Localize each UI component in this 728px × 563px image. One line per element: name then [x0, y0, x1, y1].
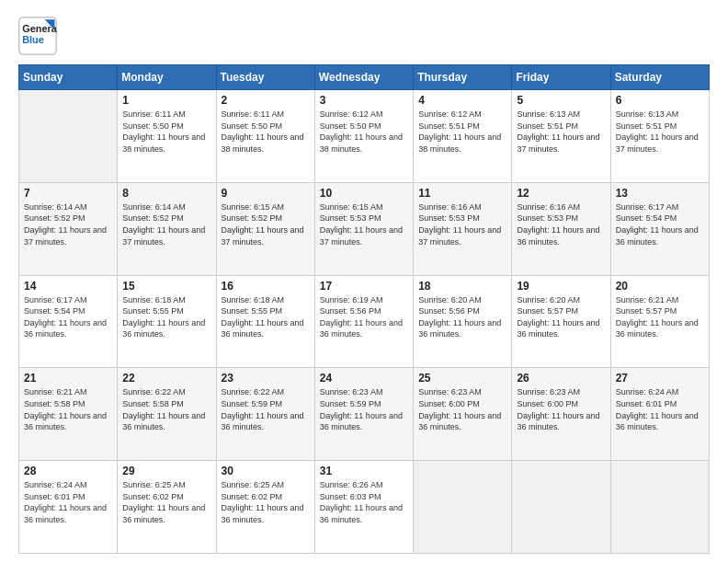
day-number: 2	[222, 94, 310, 107]
day-info: Sunrise: 6:18 AMSunset: 5:55 PMDaylight:…	[122, 295, 205, 339]
calendar-week-row: 28 Sunrise: 6:24 AMSunset: 6:01 PMDaylig…	[19, 461, 710, 554]
day-info: Sunrise: 6:21 AMSunset: 5:57 PMDaylight:…	[616, 295, 699, 339]
day-info: Sunrise: 6:15 AMSunset: 5:53 PMDaylight:…	[320, 202, 403, 247]
day-info: Sunrise: 6:14 AMSunset: 5:52 PMDaylight:…	[24, 202, 107, 247]
day-info: Sunrise: 6:19 AMSunset: 5:56 PMDaylight:…	[320, 295, 403, 339]
day-number: 17	[320, 280, 408, 293]
day-number: 27	[616, 372, 704, 385]
day-number: 30	[222, 465, 310, 477]
day-info: Sunrise: 6:25 AMSunset: 6:02 PMDaylight:…	[122, 480, 205, 524]
day-info: Sunrise: 6:21 AMSunset: 5:58 PMDaylight:…	[24, 387, 107, 431]
day-info: Sunrise: 6:22 AMSunset: 5:58 PMDaylight:…	[122, 387, 205, 431]
calendar-day-cell: 15 Sunrise: 6:18 AMSunset: 5:55 PMDaylig…	[118, 275, 216, 368]
calendar-day-cell: 16 Sunrise: 6:18 AMSunset: 5:55 PMDaylig…	[216, 275, 314, 368]
calendar-day-cell: 30 Sunrise: 6:25 AMSunset: 6:02 PMDaylig…	[216, 461, 314, 554]
day-number: 1	[122, 94, 210, 107]
day-number: 9	[222, 187, 310, 200]
calendar-day-cell	[512, 461, 610, 554]
calendar-day-cell: 27 Sunrise: 6:24 AMSunset: 6:01 PMDaylig…	[610, 368, 709, 461]
calendar-day-cell: 25 Sunrise: 6:23 AMSunset: 6:00 PMDaylig…	[414, 368, 512, 461]
calendar-day-cell: 26 Sunrise: 6:23 AMSunset: 6:00 PMDaylig…	[512, 368, 610, 461]
calendar-day-cell: 18 Sunrise: 6:20 AMSunset: 5:56 PMDaylig…	[414, 275, 512, 368]
day-info: Sunrise: 6:23 AMSunset: 6:00 PMDaylight:…	[517, 387, 599, 431]
day-info: Sunrise: 6:11 AMSunset: 5:50 PMDaylight:…	[222, 109, 304, 154]
weekday-header: Friday	[512, 65, 610, 90]
day-number: 23	[222, 372, 310, 385]
calendar-day-cell: 6 Sunrise: 6:13 AMSunset: 5:51 PMDayligh…	[610, 90, 709, 183]
day-number: 12	[517, 187, 605, 200]
day-info: Sunrise: 6:26 AMSunset: 6:03 PMDaylight:…	[320, 480, 403, 524]
calendar-day-cell: 24 Sunrise: 6:23 AMSunset: 5:59 PMDaylig…	[314, 368, 413, 461]
calendar-day-cell: 17 Sunrise: 6:19 AMSunset: 5:56 PMDaylig…	[314, 275, 413, 368]
weekday-header: Saturday	[610, 65, 709, 90]
calendar-day-cell: 3 Sunrise: 6:12 AMSunset: 5:50 PMDayligh…	[314, 90, 413, 183]
day-number: 11	[418, 187, 506, 200]
calendar-day-cell	[414, 461, 512, 554]
day-info: Sunrise: 6:12 AMSunset: 5:50 PMDaylight:…	[320, 109, 403, 154]
calendar-day-cell: 31 Sunrise: 6:26 AMSunset: 6:03 PMDaylig…	[314, 461, 413, 554]
day-number: 18	[418, 280, 506, 293]
calendar-day-cell	[19, 90, 118, 183]
calendar-day-cell: 8 Sunrise: 6:14 AMSunset: 5:52 PMDayligh…	[118, 182, 216, 275]
page: General Blue SundayMondayTuesdayWednesda…	[0, 0, 728, 563]
calendar-day-cell: 19 Sunrise: 6:20 AMSunset: 5:57 PMDaylig…	[512, 275, 610, 368]
day-number: 25	[418, 372, 506, 385]
calendar-week-row: 1 Sunrise: 6:11 AMSunset: 5:50 PMDayligh…	[19, 90, 710, 183]
calendar-week-row: 7 Sunrise: 6:14 AMSunset: 5:52 PMDayligh…	[19, 182, 710, 275]
calendar-day-cell: 7 Sunrise: 6:14 AMSunset: 5:52 PMDayligh…	[19, 182, 118, 275]
calendar-day-cell: 4 Sunrise: 6:12 AMSunset: 5:51 PMDayligh…	[414, 90, 512, 183]
weekday-header: Thursday	[414, 65, 512, 90]
day-number: 15	[122, 280, 210, 293]
day-number: 10	[320, 187, 408, 200]
day-number: 29	[122, 465, 210, 477]
weekday-header: Tuesday	[216, 65, 314, 90]
day-number: 22	[122, 372, 210, 385]
day-info: Sunrise: 6:16 AMSunset: 5:53 PMDaylight:…	[418, 202, 501, 247]
logo-icon: General Blue	[18, 17, 57, 55]
calendar-day-cell: 20 Sunrise: 6:21 AMSunset: 5:57 PMDaylig…	[610, 275, 709, 368]
calendar-week-row: 21 Sunrise: 6:21 AMSunset: 5:58 PMDaylig…	[19, 368, 710, 461]
calendar-day-cell: 21 Sunrise: 6:21 AMSunset: 5:58 PMDaylig…	[19, 368, 118, 461]
calendar-day-cell: 28 Sunrise: 6:24 AMSunset: 6:01 PMDaylig…	[19, 461, 118, 554]
day-number: 3	[320, 94, 408, 107]
day-info: Sunrise: 6:20 AMSunset: 5:56 PMDaylight:…	[418, 295, 501, 339]
calendar-day-cell: 1 Sunrise: 6:11 AMSunset: 5:50 PMDayligh…	[118, 90, 216, 183]
calendar-day-cell: 12 Sunrise: 6:16 AMSunset: 5:53 PMDaylig…	[512, 182, 610, 275]
day-info: Sunrise: 6:25 AMSunset: 6:02 PMDaylight:…	[222, 480, 304, 524]
day-info: Sunrise: 6:13 AMSunset: 5:51 PMDaylight:…	[616, 109, 699, 154]
calendar-header-row: SundayMondayTuesdayWednesdayThursdayFrid…	[19, 65, 710, 90]
day-number: 16	[222, 280, 310, 293]
calendar-day-cell: 23 Sunrise: 6:22 AMSunset: 5:59 PMDaylig…	[216, 368, 314, 461]
day-number: 8	[122, 187, 210, 200]
logo: General Blue	[18, 17, 61, 55]
day-number: 31	[320, 465, 408, 477]
day-info: Sunrise: 6:23 AMSunset: 5:59 PMDaylight:…	[320, 387, 403, 431]
day-number: 20	[616, 280, 704, 293]
weekday-header: Monday	[118, 65, 216, 90]
day-info: Sunrise: 6:15 AMSunset: 5:52 PMDaylight:…	[222, 202, 304, 247]
day-info: Sunrise: 6:23 AMSunset: 6:00 PMDaylight:…	[418, 387, 501, 431]
calendar-day-cell: 9 Sunrise: 6:15 AMSunset: 5:52 PMDayligh…	[216, 182, 314, 275]
calendar-table: SundayMondayTuesdayWednesdayThursdayFrid…	[18, 64, 710, 554]
day-info: Sunrise: 6:20 AMSunset: 5:57 PMDaylight:…	[517, 295, 599, 339]
day-number: 7	[24, 187, 112, 200]
day-info: Sunrise: 6:11 AMSunset: 5:50 PMDaylight:…	[122, 109, 205, 154]
day-info: Sunrise: 6:24 AMSunset: 6:01 PMDaylight:…	[616, 387, 699, 431]
day-info: Sunrise: 6:24 AMSunset: 6:01 PMDaylight:…	[24, 480, 107, 524]
weekday-header: Sunday	[19, 65, 118, 90]
day-number: 6	[616, 94, 704, 107]
calendar-day-cell: 14 Sunrise: 6:17 AMSunset: 5:54 PMDaylig…	[19, 275, 118, 368]
day-info: Sunrise: 6:17 AMSunset: 5:54 PMDaylight:…	[24, 295, 107, 339]
day-info: Sunrise: 6:12 AMSunset: 5:51 PMDaylight:…	[418, 109, 501, 154]
calendar-day-cell: 29 Sunrise: 6:25 AMSunset: 6:02 PMDaylig…	[118, 461, 216, 554]
calendar-day-cell	[610, 461, 709, 554]
day-info: Sunrise: 6:18 AMSunset: 5:55 PMDaylight:…	[222, 295, 304, 339]
svg-text:Blue: Blue	[22, 34, 44, 45]
day-number: 5	[517, 94, 605, 107]
calendar-day-cell: 5 Sunrise: 6:13 AMSunset: 5:51 PMDayligh…	[512, 90, 610, 183]
day-info: Sunrise: 6:13 AMSunset: 5:51 PMDaylight:…	[517, 109, 599, 154]
day-number: 28	[24, 465, 112, 477]
day-info: Sunrise: 6:17 AMSunset: 5:54 PMDaylight:…	[616, 202, 699, 247]
day-info: Sunrise: 6:14 AMSunset: 5:52 PMDaylight:…	[122, 202, 205, 247]
calendar-week-row: 14 Sunrise: 6:17 AMSunset: 5:54 PMDaylig…	[19, 275, 710, 368]
